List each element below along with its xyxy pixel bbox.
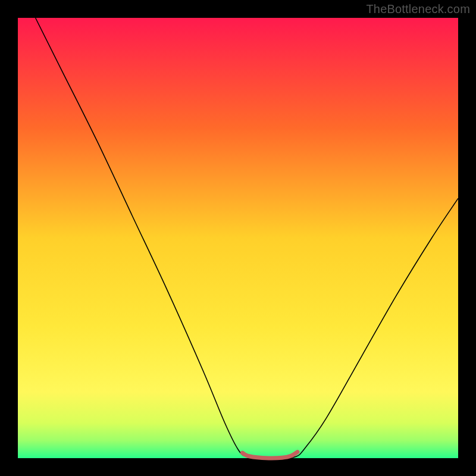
watermark-text: TheBottleneck.com <box>366 2 470 16</box>
plot-background <box>18 18 458 458</box>
chart-frame: TheBottleneck.com <box>0 0 476 476</box>
bottleneck-chart <box>0 0 476 476</box>
